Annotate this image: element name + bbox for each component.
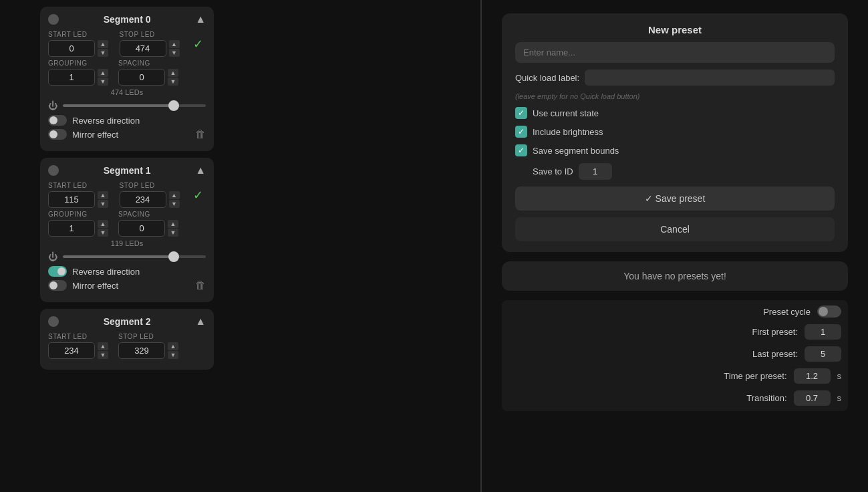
reverse-toggle-0[interactable] <box>48 115 67 126</box>
use-current-state-label: Use current state <box>533 108 599 118</box>
brightness-slider-0[interactable] <box>63 104 206 107</box>
grouping-input-1[interactable] <box>48 220 95 237</box>
spacing-up-1[interactable]: ▲ <box>168 220 178 228</box>
include-brightness-label: Include brightness <box>533 127 603 137</box>
stop-led-wrap-1: ▲ ▼ <box>120 191 186 208</box>
mirror-toggle-0[interactable] <box>48 129 67 140</box>
grouping-col-1: GROUPING ▲ ▼ <box>48 211 113 237</box>
use-current-state-checkbox[interactable]: ✓ <box>515 107 527 119</box>
stop-led-arrows-0: ▲ ▼ <box>169 40 180 57</box>
reverse-toggle-1[interactable] <box>48 266 67 277</box>
stop-led-input-1[interactable] <box>120 191 166 208</box>
save-segment-bounds-checkbox[interactable]: ✓ <box>515 144 527 156</box>
right-panel: New preset Quick load label: (leave empt… <box>482 0 868 492</box>
collapse-btn-0[interactable]: ▲ <box>195 13 206 25</box>
save-to-id-input[interactable] <box>579 163 612 180</box>
start-led-input-1[interactable] <box>48 191 95 208</box>
grouping-up-1[interactable]: ▲ <box>98 220 108 228</box>
confirm-led-1[interactable]: ✓ <box>190 182 206 208</box>
save-segment-bounds-label: Save segment bounds <box>533 146 619 156</box>
last-preset-input[interactable] <box>805 346 841 362</box>
segment-dot-1 <box>48 165 59 176</box>
collapse-btn-2[interactable]: ▲ <box>195 316 206 328</box>
start-led-wrap-2: ▲ ▼ <box>48 342 113 359</box>
grouping-down-1[interactable]: ▼ <box>98 229 108 237</box>
cancel-button[interactable]: Cancel <box>515 217 835 241</box>
grouping-label-1: GROUPING <box>48 211 113 218</box>
spacing-down-0[interactable]: ▼ <box>168 78 178 86</box>
preset-name-input[interactable] <box>515 42 835 63</box>
stop-led-up-0[interactable]: ▲ <box>169 40 180 48</box>
spacing-arrows-1: ▲ ▼ <box>168 220 178 237</box>
stop-led-down-1[interactable]: ▼ <box>169 200 180 208</box>
time-per-preset-input[interactable] <box>794 368 831 384</box>
segment-dot-2 <box>48 316 59 327</box>
reverse-label-0: Reverse direction <box>72 116 140 126</box>
stop-led-input-0[interactable] <box>120 40 166 57</box>
mirror-toggle-1[interactable] <box>48 280 67 291</box>
start-led-input-0[interactable] <box>48 40 95 57</box>
segment-header-0: Segment 0 ▲ <box>48 13 206 25</box>
reverse-row-1: Reverse direction <box>48 266 206 277</box>
spacing-wrap-1: ▲ ▼ <box>118 220 183 237</box>
spacing-label-1: SPACING <box>118 211 183 218</box>
grouping-down-0[interactable]: ▼ <box>98 78 108 86</box>
start-led-down-0[interactable]: ▼ <box>98 49 108 57</box>
start-led-label-1: START LED <box>48 182 114 189</box>
stop-led-input-2[interactable] <box>118 342 165 359</box>
last-preset-row: Last preset: <box>502 346 848 362</box>
mirror-row-1: Mirror effect 🗑 <box>48 279 206 291</box>
grouping-input-0[interactable] <box>48 69 95 86</box>
start-led-col-2: START LED ▲ ▼ <box>48 333 113 359</box>
include-brightness-checkbox[interactable]: ✓ <box>515 126 527 138</box>
led-row-0: START LED ▲ ▼ STOP LED ▲ ▼ <box>48 31 206 57</box>
spacing-up-0[interactable]: ▲ <box>168 69 178 77</box>
preset-cycle-toggle[interactable] <box>817 305 841 318</box>
collapse-btn-1[interactable]: ▲ <box>195 164 206 176</box>
grouping-up-0[interactable]: ▲ <box>98 69 108 77</box>
delete-segment-1[interactable]: 🗑 <box>195 279 206 291</box>
grouping-wrap-1: ▲ ▼ <box>48 220 113 237</box>
stop-led-down-0[interactable]: ▼ <box>169 49 180 57</box>
spacing-wrap-0: ▲ ▼ <box>118 69 183 86</box>
use-current-state-row: ✓ Use current state <box>515 107 835 119</box>
start-led-input-2[interactable] <box>48 342 95 359</box>
stop-led-wrap-0: ▲ ▼ <box>120 40 186 57</box>
reverse-left-1: Reverse direction <box>48 266 140 277</box>
start-led-up-2[interactable]: ▲ <box>98 342 108 350</box>
stop-led-up-1[interactable]: ▲ <box>169 191 180 199</box>
transition-unit: s <box>837 393 842 403</box>
start-led-col-0: START LED ▲ ▼ <box>48 31 114 57</box>
stop-led-label-2: STOP LED <box>118 333 183 340</box>
stop-led-col-2: STOP LED ▲ ▼ <box>118 333 183 359</box>
preset-title: New preset <box>515 24 835 35</box>
led-row-2: START LED ▲ ▼ STOP LED ▲ ▼ <box>48 333 206 359</box>
start-led-up-0[interactable]: ▲ <box>98 40 108 48</box>
quick-load-label: Quick load label: <box>515 73 579 83</box>
quick-load-input[interactable] <box>585 70 835 86</box>
spacing-label-0: SPACING <box>118 59 183 67</box>
stop-led-down-2[interactable]: ▼ <box>168 351 178 359</box>
led-row-1: START LED ▲ ▼ STOP LED ▲ ▼ <box>48 182 206 208</box>
transition-input[interactable] <box>794 390 831 406</box>
transition-label: Transition: <box>746 393 786 403</box>
delete-segment-0[interactable]: 🗑 <box>195 128 206 140</box>
first-preset-input[interactable] <box>805 324 841 340</box>
stop-led-up-2[interactable]: ▲ <box>168 342 178 350</box>
start-led-down-1[interactable]: ▼ <box>98 200 108 208</box>
start-led-down-2[interactable]: ▼ <box>98 351 108 359</box>
segment-title-1: Segment 1 <box>104 165 151 176</box>
start-led-label-0: START LED <box>48 31 114 38</box>
start-led-up-1[interactable]: ▲ <box>98 191 108 199</box>
grouping-wrap-0: ▲ ▼ <box>48 69 113 86</box>
confirm-led-0[interactable]: ✓ <box>190 31 206 57</box>
last-preset-label: Last preset: <box>752 349 798 359</box>
spacing-input-0[interactable] <box>118 69 165 86</box>
spacing-input-1[interactable] <box>118 220 165 237</box>
stop-led-arrows-1: ▲ ▼ <box>169 191 180 208</box>
brightness-slider-1[interactable] <box>63 255 206 258</box>
save-preset-button[interactable]: ✓ Save preset <box>515 187 835 211</box>
segment-card-2: Segment 2 ▲ START LED ▲ ▼ STOP LED <box>40 309 214 370</box>
spacing-down-1[interactable]: ▼ <box>168 229 178 237</box>
start-led-wrap-1: ▲ ▼ <box>48 191 114 208</box>
